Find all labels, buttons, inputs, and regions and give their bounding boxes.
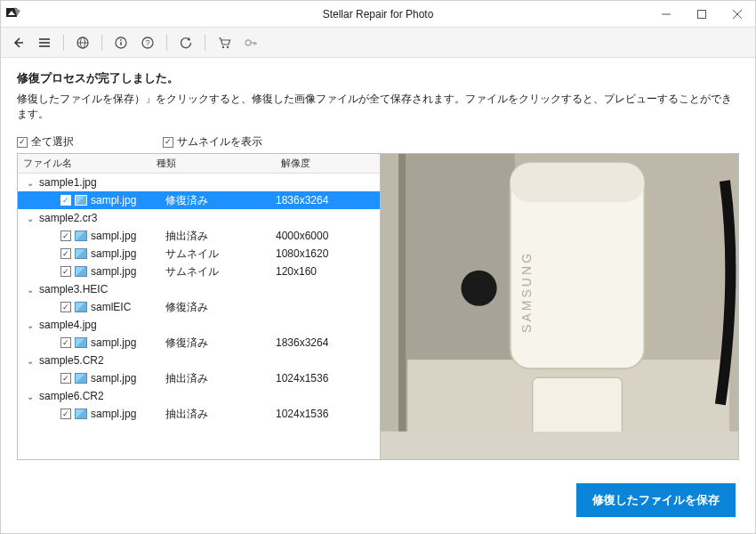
- checkbox-icon[interactable]: [60, 409, 71, 419]
- select-all-checkbox[interactable]: 全て選択: [17, 134, 74, 150]
- file-type: 抽出済み: [165, 407, 276, 422]
- file-resolution: 1024x1536: [276, 372, 380, 384]
- checkbox-icon[interactable]: [60, 195, 71, 206]
- svg-rect-28: [511, 163, 645, 202]
- cart-button[interactable]: [213, 31, 236, 54]
- svg-rect-3: [698, 10, 706, 18]
- file-resolution: 4000x6000: [276, 230, 380, 242]
- svg-point-20: [245, 40, 251, 45]
- footer: 修復したファイルを保存: [1, 471, 755, 533]
- file-name: sampl.jpg: [91, 408, 136, 420]
- window-title: Stellar Repair for Photo: [1, 8, 755, 20]
- group-label: sample3.HEIC: [39, 283, 108, 295]
- close-button[interactable]: [720, 1, 755, 28]
- tree-header: ファイル名 種類 解像度: [18, 154, 380, 174]
- chevron-down-icon: ⌄: [25, 320, 36, 330]
- tree-group[interactable]: ⌄sample5.CR2: [18, 352, 380, 369]
- show-thumbnails-label: サムネイルを表示: [177, 134, 262, 150]
- checkbox-icon: [163, 137, 173, 148]
- show-thumbnails-checkbox[interactable]: サムネイルを表示: [163, 134, 262, 150]
- file-name: sampl.jpg: [91, 247, 136, 260]
- image-file-icon: [75, 337, 87, 348]
- image-file-icon: [75, 195, 87, 206]
- page-subtitle: 修復したファイルを保存）」をクリックすると、修復した画像ファイルが全て保存されま…: [17, 92, 739, 122]
- tree-file-row[interactable]: sampl.jpg修復済み1836x3264: [18, 334, 380, 352]
- file-type: 修復済み: [165, 300, 276, 315]
- titlebar: Stellar Repair for Photo: [1, 1, 755, 28]
- checkbox-icon[interactable]: [60, 337, 71, 348]
- checkbox-icon[interactable]: [60, 231, 71, 241]
- save-repaired-button[interactable]: 修復したファイルを保存: [576, 483, 736, 517]
- checkbox-icon: [17, 137, 28, 148]
- file-name: sampl.jpg: [91, 265, 136, 278]
- svg-point-18: [222, 45, 224, 47]
- tree-file-row[interactable]: samlEIC修復済み: [18, 298, 380, 316]
- help-button[interactable]: ?: [136, 31, 159, 54]
- svg-text:?: ?: [145, 38, 149, 47]
- chevron-down-icon: ⌄: [25, 355, 36, 366]
- file-tree: ファイル名 種類 解像度 ⌄sample1.jpg sampl.jpg修復済み1…: [18, 154, 381, 459]
- tree-file-row[interactable]: sampl.jpg抽出済み1024x1536: [18, 369, 380, 387]
- tree-group[interactable]: ⌄sample1.jpg: [18, 174, 380, 191]
- file-resolution: 1080x1620: [276, 247, 380, 260]
- refresh-button[interactable]: [174, 31, 197, 54]
- file-type: 抽出済み: [165, 229, 276, 244]
- minimize-button[interactable]: [648, 1, 684, 28]
- menu-button[interactable]: [33, 31, 56, 54]
- tree-file-row[interactable]: sampl.jpg修復済み1836x3264: [18, 191, 380, 209]
- tree-body[interactable]: ⌄sample1.jpg sampl.jpg修復済み1836x3264⌄samp…: [18, 174, 380, 459]
- tree-file-row[interactable]: sampl.jpgサムネイル120x160: [18, 263, 380, 280]
- image-file-icon: [75, 302, 87, 312]
- svg-rect-26: [533, 377, 622, 431]
- image-file-icon: [75, 248, 87, 259]
- file-name: sampl.jpg: [91, 372, 136, 384]
- info-button[interactable]: [109, 31, 133, 54]
- app-icon: [1, 1, 28, 28]
- file-type: 抽出済み: [165, 371, 276, 386]
- activate-button[interactable]: [239, 31, 262, 54]
- chevron-down-icon: ⌄: [25, 391, 36, 401]
- preview-pane: SAMSUNG: [381, 154, 738, 459]
- group-label: sample6.CR2: [39, 390, 104, 402]
- file-type: 修復済み: [165, 193, 276, 208]
- file-resolution: 1836x3264: [276, 194, 380, 206]
- file-name: samlEIC: [91, 301, 131, 313]
- tree-group[interactable]: ⌄sample3.HEIC: [18, 280, 380, 298]
- column-resolution[interactable]: 解像度: [276, 157, 380, 170]
- svg-rect-24: [398, 154, 406, 432]
- tree-group[interactable]: ⌄sample6.CR2: [18, 387, 380, 405]
- file-name: sampl.jpg: [91, 194, 136, 206]
- language-button[interactable]: [71, 31, 94, 54]
- svg-point-19: [227, 45, 229, 47]
- file-type: 修復済み: [165, 336, 276, 351]
- file-name: sampl.jpg: [91, 230, 136, 242]
- svg-point-13: [120, 39, 122, 41]
- column-name[interactable]: ファイル名: [18, 157, 151, 170]
- content-area: 修復プロセスが完了しました。 修復したファイルを保存）」をクリックすると、修復し…: [1, 58, 755, 471]
- tree-file-row[interactable]: sampl.jpgサムネイル1080x1620: [18, 245, 380, 263]
- group-label: sample2.cr3: [39, 212, 97, 224]
- file-type: サムネイル: [165, 264, 276, 279]
- checkbox-icon[interactable]: [60, 373, 71, 384]
- checkbox-icon[interactable]: [60, 248, 71, 259]
- image-file-icon: [75, 409, 87, 419]
- group-label: sample5.CR2: [39, 354, 104, 367]
- column-type[interactable]: 種類: [151, 157, 276, 170]
- checkbox-icon[interactable]: [60, 266, 71, 277]
- back-button[interactable]: [6, 31, 29, 54]
- image-file-icon: [75, 266, 87, 277]
- image-file-icon: [75, 231, 87, 241]
- tree-group[interactable]: ⌄sample2.cr3: [18, 209, 380, 227]
- file-resolution: 1836x3264: [276, 336, 380, 349]
- toolbar: ?: [1, 28, 755, 58]
- maximize-button[interactable]: [684, 1, 720, 28]
- file-resolution: 120x160: [276, 265, 380, 278]
- tree-file-row[interactable]: sampl.jpg抽出済み1024x1536: [18, 405, 380, 423]
- group-label: sample4.jpg: [39, 319, 97, 331]
- svg-text:SAMSUNG: SAMSUNG: [519, 251, 534, 333]
- checkbox-icon[interactable]: [60, 302, 71, 312]
- tree-file-row[interactable]: sampl.jpg抽出済み4000x6000: [18, 227, 380, 245]
- file-name: sampl.jpg: [91, 336, 136, 349]
- tree-group[interactable]: ⌄sample4.jpg: [18, 316, 380, 334]
- file-type: サムネイル: [165, 247, 276, 262]
